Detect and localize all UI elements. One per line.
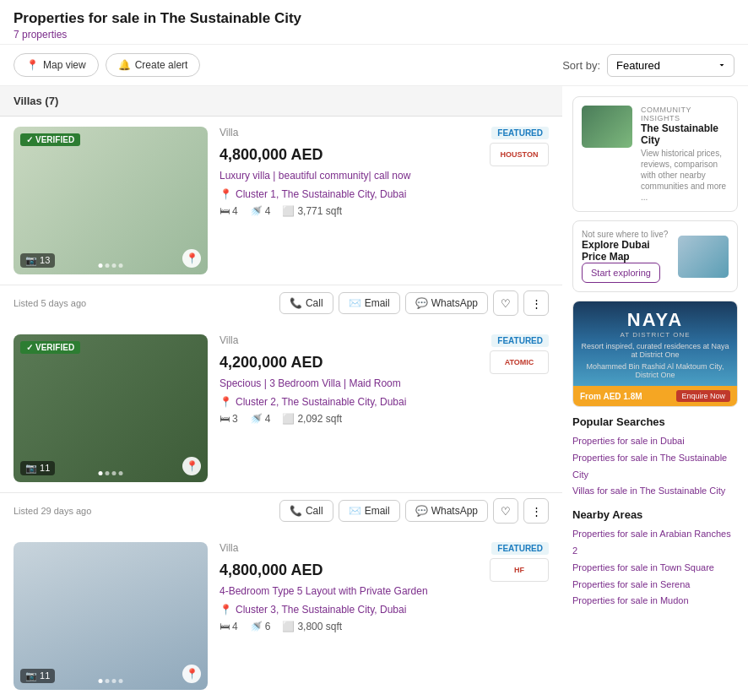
property-card-3: 📷 11 📍 Villa FEATURED	[0, 532, 562, 700]
more-button-2[interactable]: ⋮	[523, 498, 549, 524]
email-icon: ✉️	[349, 297, 361, 309]
property-tagline: Luxury villa | beautiful community| call…	[220, 170, 549, 182]
naya-enquire-button[interactable]: Enquire Now	[676, 390, 730, 402]
price-row-2: 4,200,000 AED ATOMIC	[220, 350, 549, 374]
nearby-area-link[interactable]: Properties for sale in Mudon	[572, 593, 738, 610]
image-count: 📷 13	[20, 253, 55, 268]
section-header: Villas (7)	[0, 86, 562, 117]
start-exploring-button[interactable]: Start exploring	[582, 263, 660, 283]
dot	[112, 679, 117, 683]
popular-search-link[interactable]: Properties for sale in The Sustainable C…	[572, 450, 738, 484]
property-info-1: Villa FEATURED 4,800,000 AED HOUSTON Lux…	[220, 127, 549, 274]
dot	[112, 263, 117, 268]
dot	[119, 471, 123, 475]
location-pin-button-2[interactable]: 📍	[182, 457, 201, 475]
favorite-button-2[interactable]: ♡	[493, 498, 518, 524]
nearby-area-link[interactable]: Properties for sale in Arabian Ranches 2	[572, 526, 738, 560]
location-icon: 📍	[220, 188, 232, 200]
property-card-1: ✓ VERIFIED 📷 13 📍	[0, 117, 562, 285]
property-tagline-3: 4-Bedroom Type 5 Layout with Private Gar…	[220, 585, 549, 597]
area-spec: ⬜ 3,771 sqft	[282, 205, 342, 217]
camera-icon: 📷	[25, 255, 37, 265]
property-location-2: 📍 Cluster 2, The Sustainable City, Dubai	[220, 396, 549, 408]
nearby-areas-title: Nearby Areas	[572, 508, 738, 521]
beds-spec-3: 🛏 4	[220, 621, 238, 632]
favorite-button-1[interactable]: ♡	[493, 290, 518, 316]
property-tagline-2: Specious | 3 Bedroom Villa | Maid Room	[220, 377, 549, 389]
property-specs-3: 🛏 4 🚿 6 ⬜ 3,800 sqft	[220, 621, 549, 632]
toolbar-left: 📍 Map view 🔔 Create alert	[14, 53, 554, 77]
pm-sublabel: Not sure where to live?	[582, 230, 669, 239]
page-header: Properties for sale in The Sustainable C…	[0, 0, 748, 45]
price-map-card: Not sure where to live? Explore Dubai Pr…	[572, 220, 738, 292]
naya-logo: NAYA	[627, 309, 683, 331]
create-alert-button[interactable]: 🔔 Create alert	[106, 53, 201, 77]
nearby-area-link[interactable]: Properties for sale in Serena	[572, 577, 738, 594]
call-button-1[interactable]: 📞 Call	[279, 292, 333, 314]
popular-search-link[interactable]: Villas for sale in The Sustainable City	[572, 483, 738, 500]
property-image-3: 📷 11 📍	[14, 542, 208, 690]
email-button-1[interactable]: ✉️ Email	[339, 292, 400, 314]
baths-spec-3: 🚿 6	[250, 621, 271, 632]
community-image	[582, 106, 632, 148]
call-button-2[interactable]: 📞 Call	[279, 500, 333, 522]
more-button-1[interactable]: ⋮	[523, 290, 549, 316]
price-row-3: 4,800,000 AED HF	[220, 558, 549, 582]
image-dots-3	[99, 679, 123, 683]
phone-icon: 📞	[290, 505, 302, 517]
whatsapp-button-1[interactable]: 💬 WhatsApp	[405, 292, 488, 314]
dot	[106, 263, 110, 268]
property-type: Villa	[220, 127, 238, 138]
phone-icon: 📞	[290, 297, 302, 309]
main-layout: Villas (7) ✓ VERIFIED 📷 13	[0, 86, 748, 700]
featured-badge: FEATURED	[491, 127, 549, 139]
area-icon: ⬜	[282, 621, 295, 632]
beds-spec: 🛏 4	[220, 205, 238, 217]
agency-logo: HOUSTON	[490, 143, 549, 166]
sort-select[interactable]: Featured Price (Low to High) Price (High…	[607, 54, 734, 77]
area-spec-2: ⬜ 2,092 sqft	[282, 413, 342, 425]
naya-image: NAYA AT DISTRICT ONE Resort inspired, cu…	[573, 301, 737, 386]
baths-spec-2: 🚿 4	[250, 413, 271, 425]
ci-title: The Sustainable City	[641, 122, 729, 146]
email-button-2[interactable]: ✉️ Email	[339, 500, 400, 522]
bell-icon: 🔔	[118, 59, 131, 71]
image-count-2: 📷 11	[20, 461, 55, 475]
property-count: 7 properties	[14, 29, 734, 41]
location-pin-button[interactable]: 📍	[182, 249, 201, 268]
baths-spec: 🚿 4	[250, 205, 271, 217]
beds-spec-2: 🛏 3	[220, 413, 238, 425]
location-pin-button-3[interactable]: 📍	[182, 665, 201, 683]
naya-price: From AED 1.8M	[580, 392, 642, 401]
naya-location: Mohammed Bin Rashid Al Maktoum City, Dis…	[580, 362, 730, 379]
toolbar: 📍 Map view 🔔 Create alert Sort by: Featu…	[0, 45, 748, 86]
dot	[106, 679, 110, 683]
map-view-button[interactable]: 📍 Map view	[14, 53, 99, 77]
bath-icon: 🚿	[250, 621, 263, 632]
whatsapp-button-2[interactable]: 💬 WhatsApp	[405, 500, 488, 522]
naya-footer: From AED 1.8M Enquire Now	[573, 386, 737, 406]
price-row: 4,800,000 AED HOUSTON	[220, 143, 549, 166]
camera-icon: 📷	[25, 463, 37, 473]
verified-badge: ✓ VERIFIED	[20, 133, 80, 146]
sort-area: Sort by: Featured Price (Low to High) Pr…	[562, 54, 734, 77]
property-price-2: 4,200,000 AED	[220, 354, 323, 372]
action-buttons-1: 📞 Call ✉️ Email 💬 WhatsApp ♡ ⋮	[279, 290, 549, 316]
agency-logo-3: HF	[490, 558, 549, 582]
popular-search-link[interactable]: Properties for sale in Dubai	[572, 433, 738, 450]
bed-icon: 🛏	[220, 413, 230, 425]
nearby-area-link[interactable]: Properties for sale in Town Square	[572, 560, 738, 577]
sort-label: Sort by:	[562, 59, 600, 72]
map-icon: 📍	[26, 59, 39, 71]
area-spec-3: ⬜ 3,800 sqft	[282, 621, 342, 632]
popular-searches: Popular Searches Properties for sale in …	[572, 415, 738, 500]
table-row: ✓ VERIFIED 📷 13 📍	[0, 117, 562, 324]
area-icon: ⬜	[282, 205, 295, 217]
location-icon-2: 📍	[220, 396, 232, 408]
property-type-2: Villa	[220, 334, 238, 346]
location-icon-3: 📍	[220, 604, 232, 616]
dot	[106, 471, 110, 475]
property-top: Villa FEATURED	[220, 127, 549, 139]
image-dots-2	[99, 471, 123, 475]
dot	[112, 471, 117, 475]
